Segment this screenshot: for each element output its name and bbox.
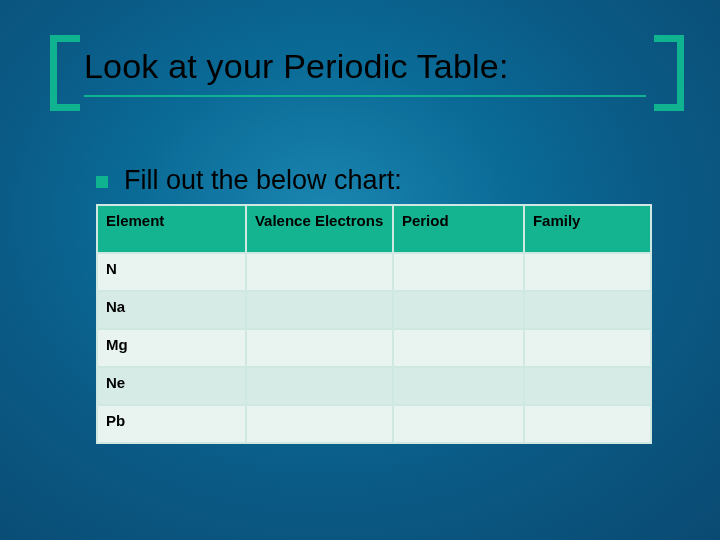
cell-valence <box>246 405 393 443</box>
cell-valence <box>246 253 393 291</box>
cell-period <box>393 329 524 367</box>
cell-period <box>393 291 524 329</box>
table-row: Pb <box>97 405 651 443</box>
cell-period <box>393 367 524 405</box>
cell-period <box>393 405 524 443</box>
cell-valence <box>246 367 393 405</box>
table-row: Na <box>97 291 651 329</box>
cell-element: Ne <box>97 367 246 405</box>
cell-family <box>524 253 651 291</box>
col-header-family: Family <box>524 205 651 253</box>
bullet-square-icon <box>96 176 108 188</box>
table-row: N <box>97 253 651 291</box>
title-underline <box>84 95 646 97</box>
bullet-text: Fill out the below chart: <box>124 165 402 196</box>
cell-family <box>524 291 651 329</box>
slide-title: Look at your Periodic Table: <box>84 47 509 86</box>
cell-family <box>524 329 651 367</box>
cell-family <box>524 405 651 443</box>
table-row: Mg <box>97 329 651 367</box>
table-header-row: Element Valence Electrons Period Family <box>97 205 651 253</box>
slide: Look at your Periodic Table: Fill out th… <box>50 45 680 500</box>
cell-family <box>524 367 651 405</box>
cell-element: Mg <box>97 329 246 367</box>
cell-element: Pb <box>97 405 246 443</box>
cell-element: Na <box>97 291 246 329</box>
table-row: Ne <box>97 367 651 405</box>
bracket-left-icon <box>50 35 80 111</box>
col-header-valence: Valence Electrons <box>246 205 393 253</box>
cell-element: N <box>97 253 246 291</box>
col-header-element: Element <box>97 205 246 253</box>
title-row: Look at your Periodic Table: <box>50 45 680 135</box>
cell-valence <box>246 329 393 367</box>
cell-period <box>393 253 524 291</box>
chart-table: Element Valence Electrons Period Family … <box>96 204 652 444</box>
bracket-right-icon <box>654 35 684 111</box>
bullet-row: Fill out the below chart: <box>96 165 680 196</box>
col-header-period: Period <box>393 205 524 253</box>
cell-valence <box>246 291 393 329</box>
slide-content: Fill out the below chart: Element Valenc… <box>96 165 680 444</box>
